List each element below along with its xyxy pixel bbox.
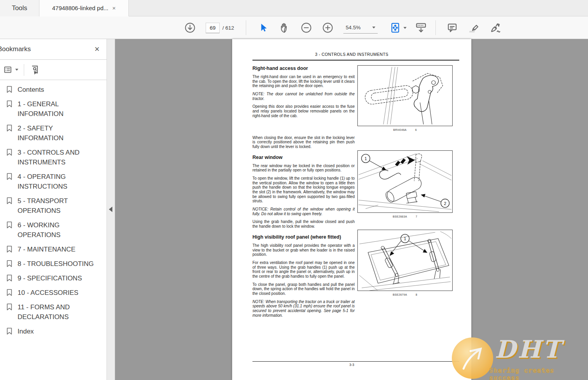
bookmark-label: 10 - ACCESSORIES — [18, 288, 78, 298]
bookmark-item-working-operations[interactable]: 6 - WORKING OPERATIONS — [0, 220, 101, 240]
bookmark-icon — [5, 124, 13, 132]
bookmark-icon — [5, 274, 13, 282]
panel-splitter[interactable] — [107, 39, 115, 380]
bookmark-icon — [5, 197, 13, 205]
bookmark-item-forms-and-declarations[interactable]: 11 - FORMS AND DECLARATIONS — [0, 302, 101, 322]
paragraph: The high visibility roof panel provides … — [252, 243, 355, 257]
minus-circle-icon — [301, 22, 312, 33]
door-lever-illustration — [357, 65, 453, 126]
tab-tools[interactable]: Tools — [0, 0, 39, 16]
figure-code: BSE2663A — [393, 215, 407, 218]
figure-roof-panel: 1 BSE2679A 8 — [357, 230, 453, 296]
paragraph: To open the window, lift the central loc… — [252, 176, 355, 203]
document-canvas[interactable]: 3 - CONTROLS AND INSTRUMENTS Right-hand … — [115, 39, 588, 380]
page-number-footer: 3-3 — [232, 363, 471, 367]
section-heading: Rear window — [252, 155, 355, 160]
tab-close-icon[interactable]: × — [112, 5, 116, 11]
zoom-level-value: 54.5% — [346, 25, 361, 30]
bookmark-item-accessories[interactable]: 10 - ACCESSORIES — [0, 288, 101, 298]
toolbar-divider — [435, 20, 436, 35]
bookmarks-header: Bookmarks × — [0, 39, 107, 60]
acrobat-window: Tools 47948806-linked pd... × / 612 — [0, 0, 588, 380]
bookmark-item-index[interactable]: Index — [0, 326, 101, 336]
page-total-label: / 612 — [222, 22, 234, 34]
toolbar-divider — [24, 64, 24, 76]
tab-tools-label: Tools — [12, 4, 27, 12]
bookmark-label: 1 - GENERAL INFORMATION — [18, 99, 100, 119]
bookmark-icon — [5, 100, 13, 108]
bookmark-item-safety-information[interactable]: 2 - SAFETY INFORMATION — [0, 123, 101, 143]
bookmark-icon — [5, 86, 13, 93]
paragraph: The right-hand door can be used in an em… — [252, 75, 355, 88]
hand-tool-button[interactable] — [279, 22, 290, 34]
bookmark-item-transport-operations[interactable]: 5 - TRANSPORT OPERATIONS — [0, 196, 101, 216]
hide-toolbar-button[interactable] — [415, 22, 427, 34]
figure-code: BSE2679A — [393, 293, 407, 296]
bookmark-label: 6 - WORKING OPERATIONS — [18, 220, 100, 240]
bookmark-label: 8 - TROUBLESHOOTING — [18, 259, 94, 269]
bookmark-icon — [5, 260, 13, 268]
bookmark-label: 9 - SPECIFICATIONS — [18, 273, 82, 283]
bookmark-label: 2 - SAFETY INFORMATION — [18, 123, 100, 143]
bookmark-item-operating-instructions[interactable]: 4 - OPERATING INSTRUCTIONS — [0, 172, 101, 191]
zoom-in-button[interactable] — [322, 22, 333, 34]
comment-tool-button[interactable] — [446, 22, 458, 34]
figure-caption: BSE2663A 7 — [357, 215, 453, 218]
bookmark-item-maintenance[interactable]: 7 - MAINTENANCE — [0, 244, 101, 254]
header-rule — [252, 60, 459, 61]
close-icon[interactable]: × — [94, 45, 99, 54]
page-text-column: Right-hand access door The right-hand do… — [252, 65, 355, 318]
select-tool-button[interactable] — [258, 22, 268, 34]
callout-2: 2 — [444, 201, 446, 206]
figure-rear-window: 1 2 BSE2663A 7 — [357, 150, 453, 218]
fit-page-icon — [389, 22, 401, 34]
bookmark-icon — [5, 327, 13, 335]
highlighter-icon — [469, 22, 480, 34]
bookmarks-title: Bookmarks — [0, 45, 94, 53]
tab-document[interactable]: 47948806-linked pd... × — [39, 0, 129, 16]
zoom-level-dropdown[interactable]: 54.5% — [343, 22, 378, 34]
page-number-field — [206, 22, 220, 34]
find-current-bookmark-button[interactable] — [30, 64, 41, 75]
paragraph: The rear window may be locked in the clo… — [252, 164, 355, 173]
bookmarks-panel: Bookmarks × — [0, 39, 107, 380]
bookmark-item-controls-and-instruments[interactable]: 3 - CONTROLS AND INSTRUMENTS — [0, 148, 101, 167]
figure-number: 8 — [416, 293, 417, 296]
bookmark-label: 4 - OPERATING INSTRUCTIONS — [18, 172, 100, 191]
figure-code: BRI4046A — [393, 128, 407, 131]
save-download-button[interactable] — [185, 22, 195, 34]
paragraph: Opening this door also provides easier a… — [252, 104, 355, 118]
bookmark-label: Contents — [18, 85, 44, 95]
bookmark-item-contents[interactable]: Contents — [0, 85, 101, 95]
section-heading: High visibility roof panel (where fitted… — [252, 234, 355, 240]
fit-page-button[interactable] — [389, 22, 407, 34]
bookmark-item-specifications[interactable]: 9 - SPECIFICATIONS — [0, 273, 101, 283]
bookmarks-list: Contents 1 - GENERAL INFORMATION 2 - SAF… — [0, 80, 107, 336]
bookmark-label: 7 - MAINTENANCE — [18, 244, 75, 254]
plus-circle-icon — [322, 22, 333, 33]
bookmark-label: 11 - FORMS AND DECLARATIONS — [18, 302, 100, 322]
options-list-icon — [3, 65, 13, 75]
figure-number: 7 — [416, 215, 417, 218]
bookmark-item-troubleshooting[interactable]: 8 - TROUBLESHOOTING — [0, 259, 101, 269]
bookmark-item-general-information[interactable]: 1 - GENERAL INFORMATION — [0, 99, 101, 119]
bookmark-icon — [5, 148, 13, 156]
collapse-toolbar-icon — [415, 21, 427, 34]
callout-1: 1 — [364, 156, 367, 161]
roof-panel-illustration: 1 — [357, 230, 453, 291]
page-number-input[interactable] — [206, 23, 220, 33]
fill-sign-button[interactable] — [489, 22, 503, 34]
tab-bar: Tools 47948806-linked pd... × — [0, 0, 588, 16]
highlight-tool-button[interactable] — [469, 22, 480, 34]
note-paragraph: NOTE: The door cannot be unlatched from … — [252, 92, 355, 101]
main-toolbar: / 612 54.5% — [0, 16, 588, 39]
zoom-out-button[interactable] — [301, 22, 312, 34]
notice-paragraph: NOTICE: Retain control of the window whe… — [252, 207, 355, 216]
collapse-panel-icon[interactable] — [109, 207, 112, 212]
find-bookmark-icon — [30, 64, 41, 75]
chevron-down-icon — [372, 27, 375, 29]
bookmark-icon — [5, 245, 13, 253]
paragraph: For extra ventilation the roof panel may… — [252, 260, 355, 279]
chevron-down-icon — [403, 27, 407, 29]
bookmarks-options-button[interactable] — [3, 65, 18, 75]
